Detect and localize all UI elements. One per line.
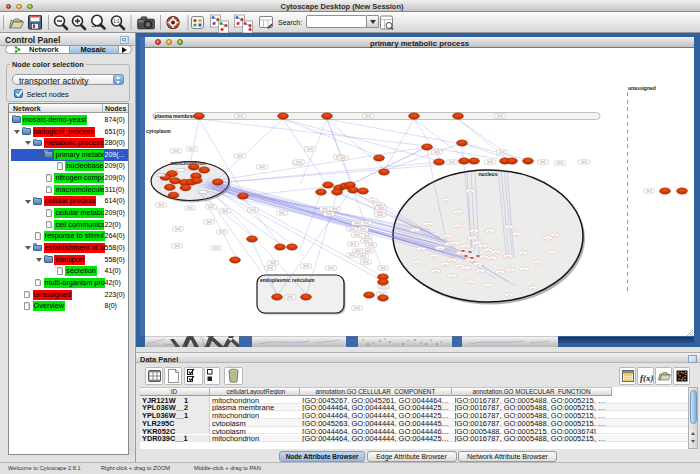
svg-text:(xx): (xx)	[438, 247, 442, 249]
svg-text:(xx): (xx)	[486, 284, 490, 286]
svg-text:(xx): (xx)	[426, 223, 430, 225]
svg-text:(xx): (xx)	[453, 242, 457, 244]
svg-text:(xx): (xx)	[459, 252, 463, 254]
svg-text:(xxx): (xxx)	[189, 147, 195, 151]
svg-text:(xx): (xx)	[550, 251, 554, 253]
svg-text:(xxx): (xxx)	[307, 147, 313, 151]
svg-text:(xxx): (xxx)	[581, 160, 587, 164]
svg-text:(xx): (xx)	[464, 245, 468, 247]
svg-text:(xxx): (xxx)	[487, 160, 493, 164]
svg-text:unassigned: unassigned	[628, 85, 656, 91]
svg-text:(xx): (xx)	[486, 249, 490, 251]
svg-text:(xx): (xx)	[450, 259, 454, 261]
svg-text:(xxx): (xxx)	[365, 114, 371, 118]
svg-text:(xxx): (xxx)	[250, 208, 256, 212]
svg-text:(xx): (xx)	[456, 225, 460, 227]
svg-text:(xx): (xx)	[507, 226, 511, 228]
svg-text:(xxx): (xxx)	[377, 213, 383, 217]
svg-text:(xxx): (xxx)	[206, 220, 212, 224]
svg-text:(xxx): (xxx)	[363, 221, 369, 225]
svg-text:(xxx): (xxx)	[237, 154, 243, 158]
svg-text:(xx): (xx)	[494, 251, 498, 253]
svg-text:1:1: 1:1	[113, 19, 120, 24]
svg-text:(xx): (xx)	[482, 256, 486, 258]
svg-text:(xx): (xx)	[371, 199, 375, 201]
svg-text:(xx): (xx)	[416, 261, 420, 263]
svg-text:(xxx): (xxx)	[349, 253, 355, 257]
svg-text:(xxx): (xxx)	[270, 261, 276, 265]
svg-text:(xx): (xx)	[531, 287, 535, 289]
svg-text:(xxx): (xxx)	[326, 212, 332, 216]
svg-text:(xxx): (xxx)	[499, 150, 505, 154]
svg-text:(xxx): (xxx)	[368, 243, 374, 247]
svg-text:(xxx): (xxx)	[354, 221, 360, 225]
svg-text:(xxx): (xxx)	[557, 161, 563, 165]
svg-text:(xxx): (xxx)	[354, 306, 360, 310]
svg-text:(xx): (xx)	[446, 235, 450, 237]
svg-text:(xxx): (xxx)	[364, 234, 370, 238]
svg-text:(xxx): (xxx)	[303, 264, 309, 268]
svg-text:(xx): (xx)	[444, 199, 448, 201]
svg-text:mitochondrion: mitochondrion	[171, 160, 206, 166]
svg-text:(xxx): (xxx)	[174, 244, 180, 248]
svg-text:nucleus: nucleus	[479, 171, 498, 177]
svg-text:(xx): (xx)	[419, 248, 423, 250]
svg-text:cytoplasm: cytoplasm	[146, 128, 171, 134]
svg-text:(xx): (xx)	[553, 234, 557, 236]
svg-text:(xxx): (xxx)	[322, 207, 328, 211]
svg-text:(xxx): (xxx)	[340, 156, 346, 160]
svg-text:(xx): (xx)	[432, 255, 436, 257]
svg-text:(xx): (xx)	[476, 263, 480, 265]
svg-text:(xx): (xx)	[468, 259, 472, 261]
svg-text:(xxx): (xxx)	[365, 249, 371, 253]
svg-text:(xxx): (xxx)	[380, 266, 386, 270]
svg-text:(xx): (xx)	[464, 267, 468, 269]
svg-text:(xxx): (xxx)	[360, 254, 366, 258]
svg-text:(xx): (xx)	[490, 257, 494, 259]
svg-text:(xxx): (xxx)	[259, 165, 265, 169]
svg-text:(xxx): (xxx)	[646, 189, 652, 193]
svg-text:(xx): (xx)	[478, 270, 482, 272]
svg-text:(xxx): (xxx)	[332, 207, 338, 211]
svg-text:(xx): (xx)	[507, 294, 511, 296]
svg-text:(xxx): (xxx)	[237, 114, 243, 118]
svg-text:(xxx): (xxx)	[267, 266, 273, 270]
svg-text:(xxx): (xxx)	[354, 233, 360, 237]
svg-text:(xx): (xx)	[506, 255, 510, 257]
svg-text:f(x): f(x)	[640, 373, 654, 383]
svg-text:(xx): (xx)	[536, 261, 540, 263]
svg-text:(xx): (xx)	[475, 242, 479, 244]
svg-text:(xx): (xx)	[522, 268, 526, 270]
svg-text:(xxx): (xxx)	[287, 295, 293, 299]
svg-text:(xxx): (xxx)	[158, 203, 164, 207]
svg-text:(xx): (xx)	[468, 281, 472, 283]
svg-text:(xxx): (xxx)	[279, 211, 285, 215]
svg-text:(xx): (xx)	[413, 229, 417, 231]
svg-text:(xx): (xx)	[508, 269, 512, 271]
svg-text:(xx): (xx)	[443, 263, 447, 265]
svg-text:(xx): (xx)	[456, 211, 460, 213]
svg-text:(xxx): (xxx)	[187, 206, 193, 210]
svg-text:plasma membrane: plasma membrane	[155, 113, 199, 119]
svg-text:(xxx): (xxx)	[219, 230, 225, 234]
svg-text:(xxx): (xxx)	[173, 149, 179, 153]
svg-text:(xxx): (xxx)	[328, 266, 334, 270]
svg-text:(xxx): (xxx)	[434, 150, 440, 154]
svg-text:(xx): (xx)	[546, 237, 550, 239]
svg-text:Search:: Search:	[278, 19, 302, 26]
svg-text:(xxx): (xxx)	[497, 114, 503, 118]
svg-text:(xxx): (xxx)	[213, 246, 219, 250]
svg-text:(xx): (xx)	[470, 237, 474, 239]
svg-text:(xxx): (xxx)	[296, 160, 302, 164]
svg-text:(xx): (xx)	[434, 270, 438, 272]
svg-text:(xx): (xx)	[468, 190, 472, 192]
svg-text:(xxx): (xxx)	[349, 227, 355, 231]
svg-text:(xx): (xx)	[450, 275, 454, 277]
svg-text:(xx): (xx)	[515, 233, 519, 235]
svg-text:(xxx): (xxx)	[449, 160, 455, 164]
svg-text:(xxx): (xxx)	[350, 242, 356, 246]
svg-text:(xx): (xx)	[481, 245, 485, 247]
svg-text:(xx): (xx)	[472, 230, 476, 232]
svg-text:(xxx): (xxx)	[208, 205, 214, 209]
svg-text:(xx): (xx)	[488, 230, 492, 232]
